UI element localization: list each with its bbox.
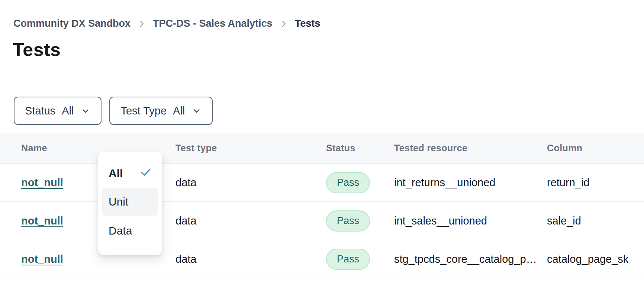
checkmark-icon (139, 165, 152, 181)
dropdown-item-label: All (109, 167, 123, 180)
test-name-link[interactable]: not_null (21, 253, 63, 265)
breadcrumb-item-environment[interactable]: TPC-DS - Sales Analytics (153, 18, 273, 29)
status-badge: Pass (326, 249, 370, 270)
breadcrumb: Community DX Sandbox TPC-DS - Sales Anal… (13, 18, 644, 29)
tested-resource-cell: int_sales__unioned (394, 215, 547, 227)
test-name-link[interactable]: not_null (21, 177, 63, 188)
test-type-cell: data (176, 177, 326, 189)
test-type-dropdown-menu: All Unit Data (98, 152, 162, 255)
chevron-right-icon (137, 19, 146, 28)
filter-bar: Status All Test Type All (14, 97, 644, 125)
tested-resource-cell: stg_tpcds_core__catalog_p… (394, 253, 547, 265)
chevron-down-icon (81, 106, 90, 116)
dropdown-item-data[interactable]: Data (98, 219, 162, 243)
breadcrumb-item-project[interactable]: Community DX Sandbox (13, 18, 131, 29)
dropdown-item-all[interactable]: All (98, 162, 162, 185)
test-name-link[interactable]: not_null (21, 215, 63, 227)
column-cell: sale_id (547, 215, 644, 227)
table-row: not_null data Pass int_returns__unioned … (0, 164, 644, 202)
column-header-tested-resource: Tested resource (394, 143, 547, 154)
column-header-test-type: Test type (176, 143, 326, 154)
status-filter-value: All (62, 105, 74, 117)
table-header-row: Name Test type Status Tested resource Co… (0, 133, 644, 164)
tests-page: Community DX Sandbox TPC-DS - Sales Anal… (0, 18, 644, 281)
test-type-filter-button[interactable]: Test Type All (109, 97, 213, 125)
column-cell: return_id (547, 177, 644, 189)
tested-resource-cell: int_returns__unioned (394, 177, 547, 189)
test-type-cell: data (176, 253, 326, 265)
dropdown-item-label: Data (109, 225, 132, 237)
test-type-filter-value: All (173, 105, 185, 117)
column-header-column: Column (547, 143, 644, 154)
table-row: not_null data Pass stg_tpcds_core__catal… (0, 240, 644, 278)
test-type-cell: data (176, 215, 326, 227)
status-badge: Pass (326, 172, 370, 193)
chevron-down-icon (192, 106, 202, 116)
dropdown-item-label: Unit (109, 196, 128, 208)
breadcrumb-item-tests: Tests (295, 18, 321, 29)
table-row: not_null data Pass int_sales__unioned sa… (0, 202, 644, 240)
tests-table: Name Test type Status Tested resource Co… (0, 133, 644, 278)
page-title: Tests (13, 39, 644, 61)
status-filter-button[interactable]: Status All (14, 97, 102, 125)
test-type-filter-label: Test Type (120, 105, 167, 117)
column-cell: catalog_page_sk (547, 253, 644, 265)
dropdown-item-unit[interactable]: Unit (102, 188, 158, 216)
status-badge: Pass (326, 210, 370, 232)
column-header-status: Status (326, 143, 394, 154)
chevron-right-icon (279, 19, 288, 28)
status-filter-label: Status (25, 105, 55, 117)
